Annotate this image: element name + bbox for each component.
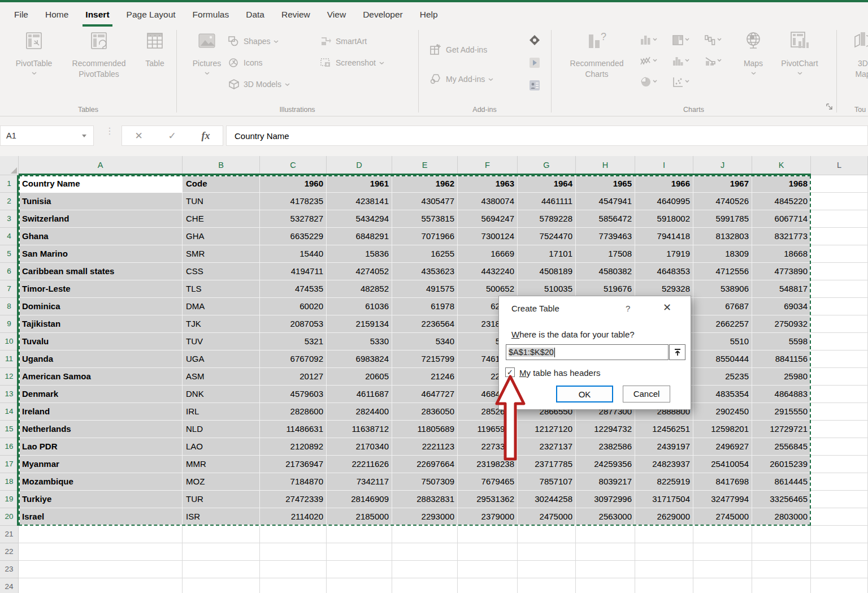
cell-E15[interactable]: 11805689 [392, 421, 458, 438]
cell-J18[interactable]: 8417698 [693, 473, 752, 491]
cell-L5[interactable] [811, 245, 868, 263]
cell-E5[interactable]: 16255 [392, 245, 458, 263]
cell-E12[interactable]: 21246 [392, 368, 458, 386]
cell-K9[interactable]: 2750932 [752, 315, 811, 333]
cell-J16[interactable]: 2496927 [693, 438, 752, 456]
cell-L10[interactable] [811, 333, 868, 350]
cell-L13[interactable] [811, 386, 868, 403]
row-header-1[interactable]: 1 [0, 175, 19, 193]
tab-help[interactable]: Help [411, 2, 446, 27]
cell-G23[interactable] [518, 561, 576, 578]
cell-H6[interactable]: 4580382 [576, 263, 635, 280]
cell-D9[interactable]: 2159134 [327, 315, 392, 333]
cell-B10[interactable]: TUV [183, 333, 260, 350]
cell-F4[interactable]: 7300124 [458, 228, 518, 245]
cell-J9[interactable]: 2662257 [693, 315, 752, 333]
cell-A10[interactable]: Tuvalu [19, 333, 183, 350]
cell-H16[interactable]: 2382586 [576, 438, 635, 456]
3d-models-button[interactable]: 3D Models [228, 77, 290, 92]
cell-D13[interactable]: 4611687 [327, 386, 392, 403]
cell-J22[interactable] [693, 543, 752, 561]
cell-L3[interactable] [811, 210, 868, 228]
cell-A3[interactable]: Switzerland [19, 210, 183, 228]
cell-K21[interactable] [752, 526, 811, 543]
cell-I2[interactable]: 4640995 [635, 193, 693, 210]
cell-C14[interactable]: 2828600 [260, 403, 327, 421]
cell-A5[interactable]: San Marino [19, 245, 183, 263]
cell-B11[interactable]: UGA [183, 350, 260, 368]
cell-K19[interactable]: 33256465 [752, 491, 811, 508]
cell-L22[interactable] [811, 543, 868, 561]
cell-A18[interactable]: Mozambique [19, 473, 183, 491]
cell-D6[interactable]: 4274052 [327, 263, 392, 280]
cell-L2[interactable] [811, 193, 868, 210]
cell-K15[interactable]: 12729721 [752, 421, 811, 438]
cell-B1[interactable]: Code [183, 175, 260, 193]
cell-H17[interactable]: 24259356 [576, 456, 635, 473]
cell-I21[interactable] [635, 526, 693, 543]
cell-I19[interactable]: 31717504 [635, 491, 693, 508]
cell-L9[interactable] [811, 315, 868, 333]
cell-D23[interactable] [327, 561, 392, 578]
cell-F16[interactable]: 2273352 [458, 438, 518, 456]
pictures-button[interactable]: Pictures [186, 31, 227, 108]
row-header-6[interactable]: 6 [0, 263, 19, 280]
insert-waterfall-chart-button[interactable] [705, 34, 722, 48]
cell-I5[interactable]: 17919 [635, 245, 693, 263]
cell-K4[interactable]: 8321773 [752, 228, 811, 245]
cell-G5[interactable]: 17101 [518, 245, 576, 263]
cell-C17[interactable]: 21736947 [260, 456, 327, 473]
cell-F24[interactable] [458, 578, 518, 593]
cell-H23[interactable] [576, 561, 635, 578]
cell-L24[interactable] [811, 578, 868, 593]
cell-A6[interactable]: Caribbean small states [19, 263, 183, 280]
cell-B21[interactable] [183, 526, 260, 543]
tab-data[interactable]: Data [237, 2, 273, 27]
cell-K10[interactable]: 5598 [752, 333, 811, 350]
column-header-I[interactable]: I [635, 156, 693, 175]
maps-button[interactable]: Maps [736, 31, 770, 108]
cell-G2[interactable]: 4461111 [518, 193, 576, 210]
cell-I20[interactable]: 2629000 [635, 508, 693, 526]
column-header-J[interactable]: J [693, 156, 752, 175]
cell-F20[interactable]: 2379000 [458, 508, 518, 526]
cell-K8[interactable]: 69034 [752, 298, 811, 315]
insert-combo-chart-button[interactable] [705, 55, 722, 69]
cell-B13[interactable]: DNK [183, 386, 260, 403]
cell-C20[interactable]: 2114020 [260, 508, 327, 526]
row-header-22[interactable]: 22 [0, 543, 19, 561]
cell-J11[interactable]: 8550444 [693, 350, 752, 368]
cell-I16[interactable]: 2439197 [635, 438, 693, 456]
cell-D18[interactable]: 7342117 [327, 473, 392, 491]
column-header-G[interactable]: G [518, 156, 576, 175]
cell-I15[interactable]: 12456251 [635, 421, 693, 438]
cell-I6[interactable]: 4648353 [635, 263, 693, 280]
cell-F2[interactable]: 4380074 [458, 193, 518, 210]
cell-E23[interactable] [392, 561, 458, 578]
cell-J2[interactable]: 4740526 [693, 193, 752, 210]
cell-H24[interactable] [576, 578, 635, 593]
cell-C13[interactable]: 4579603 [260, 386, 327, 403]
cell-A8[interactable]: Dominica [19, 298, 183, 315]
cell-A13[interactable]: Denmark [19, 386, 183, 403]
cell-A16[interactable]: Lao PDR [19, 438, 183, 456]
cell-L14[interactable] [811, 403, 868, 421]
bing-maps-addin-icon[interactable] [529, 57, 540, 71]
cell-J1[interactable]: 1967 [693, 175, 752, 193]
cell-C9[interactable]: 2087053 [260, 315, 327, 333]
cell-C2[interactable]: 4178235 [260, 193, 327, 210]
cell-K20[interactable]: 2803000 [752, 508, 811, 526]
cell-C4[interactable]: 6635229 [260, 228, 327, 245]
cell-L19[interactable] [811, 491, 868, 508]
cell-C23[interactable] [260, 561, 327, 578]
cell-J4[interactable]: 8132803 [693, 228, 752, 245]
cell-F23[interactable] [458, 561, 518, 578]
cell-J8[interactable]: 67687 [693, 298, 752, 315]
cancel-entry-icon[interactable]: ✕ [134, 130, 142, 142]
cell-D10[interactable]: 5330 [327, 333, 392, 350]
close-icon[interactable]: ✕ [663, 301, 671, 314]
pivotchart-button[interactable]: PivotChart [776, 31, 823, 108]
collapse-dialog-button[interactable] [669, 344, 685, 360]
cell-J14[interactable]: 2902450 [693, 403, 752, 421]
cell-D5[interactable]: 15836 [327, 245, 392, 263]
